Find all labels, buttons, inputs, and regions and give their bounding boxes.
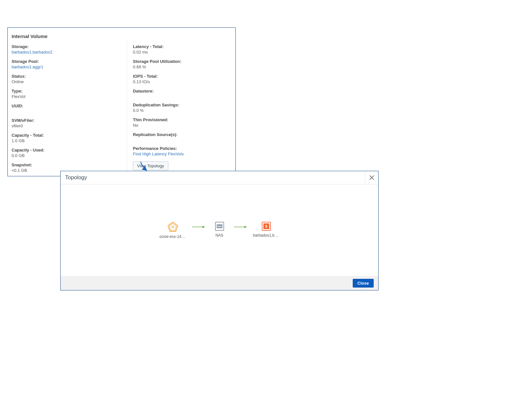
modal-title: Topology (65, 174, 87, 181)
field-label: IOPS - Total: (133, 74, 235, 79)
field-value: vfiler0 (12, 123, 127, 128)
field-label: Type: (12, 89, 127, 93)
field-performance-policies: Performance Policies: Find High Latency … (133, 146, 235, 156)
modal-footer: Close (61, 276, 378, 290)
host-icon: H (167, 221, 178, 232)
field-thin-provisioned: Thin Provisioned: No (133, 117, 235, 128)
field-label: Performance Policies: (133, 146, 235, 151)
close-button[interactable] (365, 171, 378, 184)
field-value: FlexVol (12, 94, 127, 99)
field-value: No (133, 123, 235, 128)
topology-node-storage[interactable]: S barbados1,bar… (253, 221, 279, 238)
svg-text:NAS: NAS (217, 225, 222, 228)
node-caption: NAS (215, 233, 223, 238)
volume-left-column: Storage: barbados1,barbados2 Storage Poo… (12, 41, 127, 173)
field-storage-pool-utilization: Storage Pool Utilization: 0.68 % (133, 59, 235, 69)
field-storage-pool: Storage Pool: barbados1:aggr1 (12, 59, 127, 69)
field-capacity-total: Capacity - Total: 1.0 GB (12, 133, 127, 143)
field-label: Status: (12, 74, 127, 79)
view-topology-row: View Topology (133, 161, 235, 170)
field-label: Latency - Total: (133, 44, 235, 49)
view-topology-button[interactable]: View Topology (133, 161, 168, 170)
node-caption: ocise-esx-1431… (160, 234, 186, 239)
field-value: 1.0 GB (12, 138, 127, 143)
storage-link[interactable]: barbados1,barbados2 (12, 50, 127, 54)
svg-text:S: S (265, 224, 267, 228)
topology-arrow-icon (233, 225, 248, 229)
field-iops-total: IOPS - Total: 0.13 IO/s (133, 74, 235, 84)
field-latency-total: Latency - Total: 0.02 ms (133, 44, 235, 54)
field-label: Storage Pool: (12, 59, 127, 64)
field-value: 0.0 GB (12, 153, 127, 158)
storage-icon: S (261, 221, 271, 231)
internal-volume-panel: Internal Volume Storage: barbados1,barba… (7, 27, 236, 176)
field-datastore: Datastore: (133, 89, 235, 94)
field-uuid: UUID: (12, 103, 127, 109)
close-modal-button[interactable]: Close (353, 279, 374, 288)
topology-modal: Topology H ocise-esx-1431… (60, 171, 379, 290)
field-capacity-used: Capacity - Used: 0.0 GB (12, 148, 127, 158)
field-label: Storage: (12, 44, 127, 49)
field-storage: Storage: barbados1,barbados2 (12, 44, 127, 54)
field-dedup-savings: Deduplication Savings: 0.0 % (133, 103, 235, 113)
nas-icon: NAS (215, 221, 224, 231)
field-replication-sources: Replication Source(s): (133, 132, 235, 138)
field-value: 0.0 % (133, 108, 235, 113)
field-value: 0.68 % (133, 64, 235, 69)
field-label: SVM/vFiler: (12, 118, 127, 123)
field-value: 0.02 ms (133, 50, 235, 54)
close-icon (369, 175, 374, 180)
modal-header: Topology (61, 171, 378, 184)
field-label: Snapshot: (12, 162, 127, 167)
field-label: UUID: (12, 103, 127, 108)
field-label: Storage Pool Utilization: (133, 59, 235, 64)
field-svm-vfiler: SVM/vFiler: vfiler0 (12, 118, 127, 128)
field-label: Capacity - Used: (12, 148, 127, 152)
topology-node-host[interactable]: H ocise-esx-1431… (160, 221, 186, 239)
topology-arrow-icon (192, 225, 206, 229)
volume-right-column: Latency - Total: 0.02 ms Storage Pool Ut… (127, 41, 235, 173)
field-type: Type: FlexVol (12, 89, 127, 99)
field-label: Deduplication Savings: (133, 103, 235, 107)
topology-canvas: H ocise-esx-1431… NAS (61, 184, 378, 276)
topology-row: H ocise-esx-1431… NAS (61, 221, 378, 239)
field-label: Datastore: (133, 89, 235, 93)
field-label: Capacity - Total: (12, 133, 127, 138)
field-value: Online (12, 79, 127, 84)
panel-title: Internal Volume (8, 28, 235, 41)
storage-pool-link[interactable]: barbados1:aggr1 (12, 64, 127, 69)
performance-policies-link[interactable]: Find High Latency FlexVols (133, 152, 235, 156)
svg-text:H: H (172, 225, 174, 229)
field-label: Thin Provisioned: (133, 117, 235, 122)
field-value: 0.13 IO/s (133, 79, 235, 84)
node-caption: barbados1,bar… (253, 233, 280, 238)
field-status: Status: Online (12, 74, 127, 84)
topology-node-nas[interactable]: NAS NAS (212, 221, 228, 238)
volume-columns: Storage: barbados1,barbados2 Storage Poo… (8, 41, 235, 173)
field-label: Replication Source(s): (133, 132, 235, 137)
